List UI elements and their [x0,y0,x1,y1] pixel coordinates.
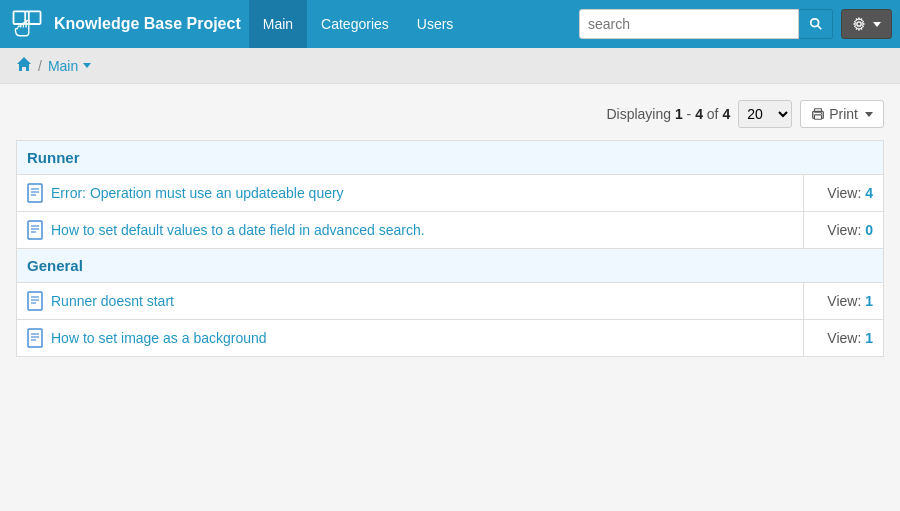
views-count-1: 4 [865,185,873,201]
nav-item-categories[interactable]: Categories [307,0,403,48]
nav-item-users[interactable]: Users [403,0,468,48]
article-link-3[interactable]: Runner doesnt start [27,291,793,311]
print-caret [865,112,873,117]
search-input[interactable] [579,9,799,39]
svg-rect-11 [28,184,42,202]
article-link-2[interactable]: How to set default values to a date fiel… [27,220,793,240]
article-title-1: Error: Operation must use an updateable … [51,185,344,201]
article-link-1[interactable]: Error: Operation must use an updateable … [27,183,793,203]
svg-rect-1 [29,11,41,24]
breadcrumb-current: Main [48,58,91,74]
breadcrumb-main-link[interactable]: Main [48,58,78,74]
table-row: Runner doesnt start View: 1 [17,283,884,320]
article-cell: How to set default values to a date fiel… [17,212,804,249]
section-runner: Runner Error: Operation must u [17,141,884,249]
svg-rect-23 [28,329,42,347]
svg-rect-19 [28,292,42,310]
article-cell: How to set image as a background [17,320,804,357]
section-title-general: General [17,249,884,283]
views-cell-3: View: 1 [804,283,884,320]
search-button[interactable] [799,9,833,39]
print-label: Print [829,106,858,122]
pagination-total: 4 [722,106,730,122]
gear-icon [852,17,866,31]
article-title-3: Runner doesnt start [51,293,174,309]
svg-rect-0 [14,11,26,24]
table-row: Error: Operation must use an updateable … [17,175,884,212]
print-icon [811,107,825,121]
article-cell: Error: Operation must use an updateable … [17,175,804,212]
main-content: Displaying 1 - 4 of 4 20 50 100 Print [0,84,900,373]
svg-rect-8 [815,115,822,119]
views-cell-2: View: 0 [804,212,884,249]
pagination-range-start: 1 [675,106,683,122]
nav-item-main[interactable]: Main [249,0,307,48]
settings-area [841,9,892,39]
table-row: How to set image as a background View: 1 [17,320,884,357]
svg-point-10 [821,113,822,114]
search-icon [809,17,823,31]
section-general: General Runner doesnt start [17,249,884,357]
views-count-4: 1 [865,330,873,346]
svg-line-5 [817,26,821,30]
kb-table: Runner Error: Operation must u [16,140,884,357]
article-title-4: How to set image as a background [51,330,267,346]
doc-icon [27,220,45,240]
svg-point-6 [857,22,861,26]
table-row: How to set default values to a date fiel… [17,212,884,249]
section-header-runner: Runner [17,141,884,175]
nav-link-main[interactable]: Main [249,0,307,48]
main-nav: Main Categories Users [249,0,468,48]
brand-title: Knowledge Base Project [54,15,241,33]
views-count-2: 0 [865,222,873,238]
pagination-range-end: 4 [695,106,703,122]
home-link[interactable] [16,56,32,75]
logo-icon [8,5,46,43]
article-link-4[interactable]: How to set image as a background [27,328,793,348]
doc-icon [27,183,45,203]
navbar: Knowledge Base Project Main Categories U… [0,0,900,48]
section-title-runner: Runner [17,141,884,175]
breadcrumb: / Main [0,48,900,84]
per-page-select[interactable]: 20 50 100 [738,100,792,128]
breadcrumb-caret [83,63,91,68]
article-title-2: How to set default values to a date fiel… [51,222,425,238]
breadcrumb-separator: / [38,58,42,74]
nav-link-categories[interactable]: Categories [307,0,403,48]
doc-icon [27,291,45,311]
pagination-display-text: Displaying 1 - 4 of 4 [606,106,730,122]
svg-point-4 [810,19,818,27]
brand-logo[interactable]: Knowledge Base Project [8,5,241,43]
print-button[interactable]: Print [800,100,884,128]
doc-icon [27,328,45,348]
svg-rect-15 [28,221,42,239]
views-count-3: 1 [865,293,873,309]
search-bar [579,9,833,39]
views-cell-1: View: 4 [804,175,884,212]
settings-button[interactable] [841,9,892,39]
nav-link-users[interactable]: Users [403,0,468,48]
article-cell: Runner doesnt start [17,283,804,320]
pagination-bar: Displaying 1 - 4 of 4 20 50 100 Print [16,100,884,128]
settings-caret [873,22,881,27]
views-cell-4: View: 1 [804,320,884,357]
section-header-general: General [17,249,884,283]
home-icon [16,59,32,75]
